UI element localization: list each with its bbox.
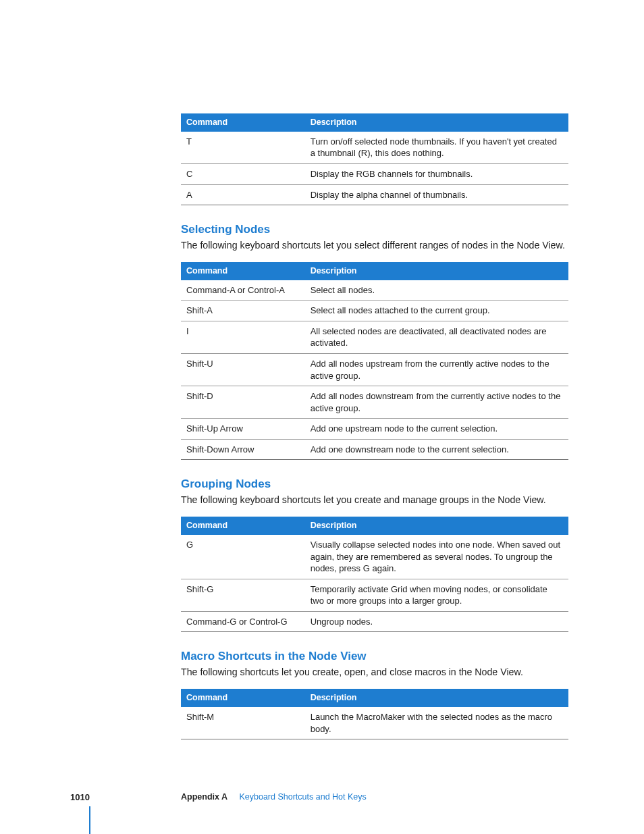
- table-row: GVisually collapse selected nodes into o…: [181, 535, 568, 579]
- appendix-title: Keyboard Shortcuts and Hot Keys: [239, 792, 366, 802]
- appendix-label: Appendix A Keyboard Shortcuts and Hot Ke…: [181, 792, 367, 802]
- col-command: Command: [181, 689, 305, 707]
- table-row: Shift-UAdd all nodes upstream from the c…: [181, 354, 568, 386]
- table-macro-shortcuts: Command Description Shift-MLaunch the Ma…: [181, 689, 568, 739]
- footer-rule: [89, 806, 90, 834]
- table-row: Shift-ASelect all nodes attached to the …: [181, 301, 568, 321]
- intro-selecting-nodes: The following keyboard shortcuts let you…: [181, 239, 568, 253]
- table-selecting-nodes: Command Description Command-A or Control…: [181, 262, 568, 460]
- col-description: Description: [305, 689, 568, 707]
- table-thumbnails: Command Description TTurn on/off selecte…: [181, 113, 568, 205]
- table-row: IAll selected nodes are deactivated, all…: [181, 321, 568, 353]
- col-description: Description: [305, 517, 568, 535]
- intro-grouping-nodes: The following keyboard shortcuts let you…: [181, 494, 568, 507]
- table-row: CDisplay the RGB channels for thumbnails…: [181, 163, 568, 184]
- page: Command Description TTurn on/off selecte…: [0, 0, 644, 834]
- table-grouping-nodes: Command Description GVisually collapse s…: [181, 517, 568, 632]
- col-command: Command: [181, 262, 305, 280]
- table-row: TTurn on/off selected node thumbnails. I…: [181, 132, 568, 164]
- table-row: ADisplay the alpha channel of thumbnails…: [181, 184, 568, 205]
- col-description: Description: [305, 113, 568, 132]
- table-row: Shift-Down ArrowAdd one downstream node …: [181, 439, 568, 460]
- table-row: Command-A or Control-ASelect all nodes.: [181, 280, 568, 301]
- table-row: Shift-GTemporarily activate Grid when mo…: [181, 579, 568, 611]
- table-row: Shift-DAdd all nodes downstream from the…: [181, 386, 568, 419]
- intro-macro-shortcuts: The following shortcuts let you create, …: [181, 666, 568, 679]
- table-row: Shift-MLaunch the MacroMaker with the se…: [181, 707, 568, 739]
- table-row: Shift-Up ArrowAdd one upstream node to t…: [181, 419, 568, 440]
- heading-grouping-nodes: Grouping Nodes: [181, 477, 568, 491]
- table-row: Command-G or Control-GUngroup nodes.: [181, 611, 568, 632]
- page-number: 1010: [70, 792, 90, 802]
- heading-selecting-nodes: Selecting Nodes: [181, 223, 568, 236]
- appendix-name: Appendix A: [181, 792, 227, 802]
- heading-macro-shortcuts: Macro Shortcuts in the Node View: [181, 650, 568, 663]
- col-command: Command: [181, 517, 305, 535]
- col-command: Command: [181, 113, 305, 132]
- col-description: Description: [305, 262, 568, 280]
